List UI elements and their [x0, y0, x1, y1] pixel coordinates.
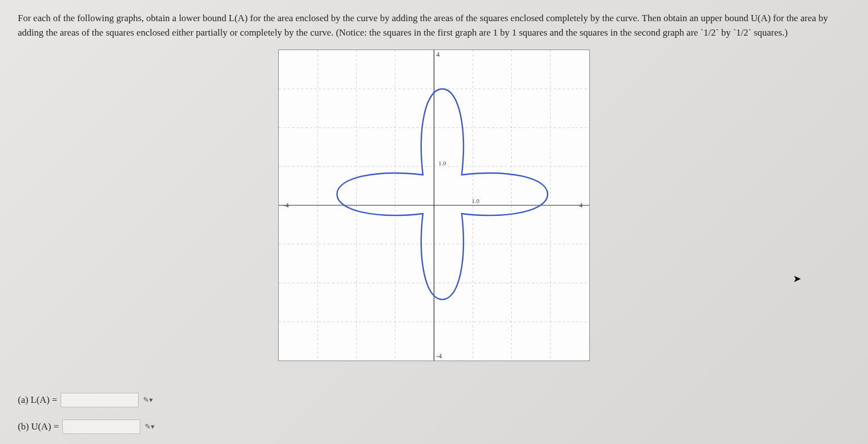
answers-block: (a) L(A) = ✎▾ (b) U(A) = ✎▾: [18, 381, 155, 434]
tick-label-x1: 1.0: [472, 198, 480, 204]
pencil-icon[interactable]: ✎▾: [145, 422, 155, 431]
graph-container: -4 4 4 -4 1.0 1.0: [18, 50, 850, 361]
answer-input-a[interactable]: [61, 393, 139, 407]
axis-label-x-left: -4: [283, 201, 289, 209]
tick-label-y1: 1.0: [438, 160, 446, 166]
axis-label-x-right: 4: [579, 201, 583, 209]
answer-label-a: (a) L(A) =: [18, 394, 57, 406]
axis-label-y-top: 4: [436, 51, 440, 58]
curve-path: [337, 89, 548, 300]
axis-label-y-bottom: -4: [436, 352, 442, 360]
cursor-icon: ➤: [793, 273, 801, 285]
answer-label-b: (b) U(A) =: [18, 421, 59, 432]
answer-row-a: (a) L(A) = ✎▾: [18, 393, 155, 407]
answer-row-b: (b) U(A) = ✎▾: [18, 420, 155, 434]
problem-statement: For each of the following graphs, obtain…: [18, 11, 850, 40]
pencil-icon[interactable]: ✎▾: [143, 396, 153, 404]
graph-box: -4 4 4 -4 1.0 1.0: [278, 50, 590, 361]
graph-svg: -4 4 4 -4 1.0 1.0: [279, 50, 589, 361]
answer-input-b[interactable]: [62, 420, 140, 434]
